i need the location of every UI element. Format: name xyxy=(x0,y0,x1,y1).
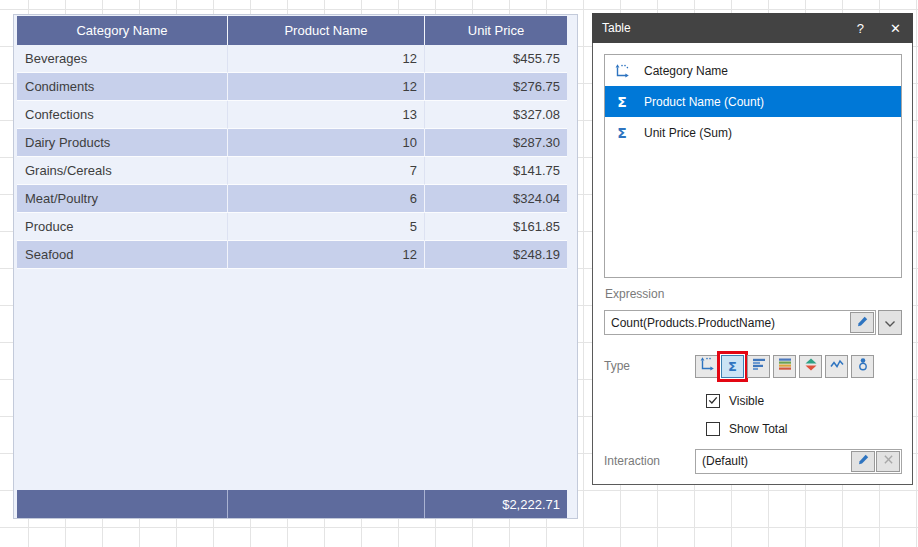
show-total-label: Show Total xyxy=(729,422,787,436)
cell-price[interactable]: $327.08 xyxy=(425,101,567,129)
cell-category[interactable]: Seafood xyxy=(17,241,228,269)
sum-icon: Σ xyxy=(614,94,630,110)
delta-up-down-icon xyxy=(803,356,819,376)
header-cell-category[interactable]: Category Name xyxy=(17,16,228,45)
field-item-label: Category Name xyxy=(644,64,728,78)
data-bars-icon xyxy=(751,356,767,376)
sparkline-icon xyxy=(829,356,845,376)
type-button-dimension[interactable] xyxy=(695,355,718,378)
dimension-icon xyxy=(699,356,715,376)
table-header-row: Category Name Product Name Unit Price xyxy=(17,16,567,45)
table-row[interactable]: Grains/Cereals 7 $141.75 xyxy=(17,157,567,185)
dimension-icon xyxy=(614,63,630,79)
table-options-dialog: Table ? ✕ Category Name Σ Product Name ( xyxy=(592,13,913,485)
cell-category[interactable]: Beverages xyxy=(17,45,228,73)
footer-cell-empty[interactable] xyxy=(228,490,425,518)
field-item-product-name-count[interactable]: Σ Product Name (Count) xyxy=(605,86,901,117)
footer-cell-empty[interactable] xyxy=(17,490,228,518)
interaction-field[interactable]: (Default) xyxy=(695,449,902,474)
expression-field[interactable]: Count(Products.ProductName) xyxy=(604,310,876,335)
cell-category[interactable]: Meat/Poultry xyxy=(17,185,228,213)
chevron-down-icon xyxy=(884,314,896,332)
cell-category[interactable]: Condiments xyxy=(17,73,228,101)
cell-count[interactable]: 12 xyxy=(228,73,425,101)
type-button-person[interactable] xyxy=(851,355,874,378)
color-ranges-icon xyxy=(777,356,793,376)
type-label: Type xyxy=(604,359,695,373)
cell-price[interactable]: $324.04 xyxy=(425,185,567,213)
help-icon[interactable]: ? xyxy=(857,21,864,36)
field-item-label: Product Name (Count) xyxy=(644,95,764,109)
table-footer-row[interactable]: $2,222.71 xyxy=(17,490,567,518)
pencil-icon xyxy=(855,314,870,332)
cell-category[interactable]: Dairy Products xyxy=(17,129,228,157)
expression-value: Count(Products.ProductName) xyxy=(605,316,850,330)
type-button-data-bars[interactable] xyxy=(747,355,770,378)
sum-icon: Σ xyxy=(728,360,737,373)
dialog-titlebar: Table ? ✕ xyxy=(592,13,913,43)
cell-category[interactable]: Produce xyxy=(17,213,228,241)
interaction-value: (Default) xyxy=(696,454,851,468)
cell-count[interactable]: 6 xyxy=(228,185,425,213)
field-item-unit-price-sum[interactable]: Σ Unit Price (Sum) xyxy=(605,117,901,148)
table-widget[interactable]: Category Name Product Name Unit Price Be… xyxy=(13,14,578,519)
dialog-title: Table xyxy=(602,21,631,35)
cell-count[interactable]: 5 xyxy=(228,213,425,241)
cell-category[interactable]: Confections xyxy=(17,101,228,129)
table-row[interactable]: Beverages 12 $455.75 xyxy=(17,45,567,73)
field-item-label: Unit Price (Sum) xyxy=(644,126,732,140)
field-listbox: Category Name Σ Product Name (Count) Σ U… xyxy=(604,54,902,278)
expression-dropdown-button[interactable] xyxy=(878,310,902,335)
field-item-category-name[interactable]: Category Name xyxy=(605,55,901,86)
cell-price[interactable]: $161.85 xyxy=(425,213,567,241)
cell-price[interactable]: $248.19 xyxy=(425,241,567,269)
expression-label: Expression xyxy=(605,287,664,301)
visible-label: Visible xyxy=(729,394,764,408)
cell-count[interactable]: 12 xyxy=(228,241,425,269)
clear-x-icon xyxy=(882,453,895,469)
interaction-label: Interaction xyxy=(604,454,695,468)
cell-price[interactable]: $287.30 xyxy=(425,129,567,157)
expression-edit-button[interactable] xyxy=(850,312,874,333)
visible-checkbox[interactable] xyxy=(706,394,720,408)
interaction-clear-button[interactable] xyxy=(876,451,900,472)
table-row[interactable]: Condiments 12 $276.75 xyxy=(17,73,567,101)
interaction-edit-button[interactable] xyxy=(851,451,875,472)
cell-price[interactable]: $141.75 xyxy=(425,157,567,185)
table-row[interactable]: Produce 5 $161.85 xyxy=(17,213,567,241)
footer-total[interactable]: $2,222.71 xyxy=(425,490,567,518)
pencil-icon xyxy=(856,452,871,470)
table-row[interactable]: Confections 13 $327.08 xyxy=(17,101,567,129)
checkmark-icon xyxy=(707,392,719,410)
cell-category[interactable]: Grains/Cereals xyxy=(17,157,228,185)
cell-price[interactable]: $276.75 xyxy=(425,73,567,101)
type-button-sum[interactable]: Σ xyxy=(721,355,744,378)
table-row[interactable]: Dairy Products 10 $287.30 xyxy=(17,129,567,157)
cell-count[interactable]: 7 xyxy=(228,157,425,185)
visible-checkbox-row: Visible xyxy=(706,393,764,408)
table-row[interactable]: Seafood 12 $248.19 xyxy=(17,241,567,269)
show-total-checkbox[interactable] xyxy=(706,422,720,436)
sum-icon: Σ xyxy=(614,125,630,141)
close-icon[interactable]: ✕ xyxy=(890,21,901,36)
type-button-sparkline[interactable] xyxy=(825,355,848,378)
table-row[interactable]: Meat/Poultry 6 $324.04 xyxy=(17,185,567,213)
show-total-checkbox-row: Show Total xyxy=(706,421,787,436)
header-cell-price[interactable]: Unit Price xyxy=(425,16,567,45)
cell-count[interactable]: 10 xyxy=(228,129,425,157)
header-cell-product[interactable]: Product Name xyxy=(228,16,425,45)
person-icon xyxy=(855,356,871,376)
cell-price[interactable]: $455.75 xyxy=(425,45,567,73)
type-button-color-ranges[interactable] xyxy=(773,355,796,378)
cell-count[interactable]: 12 xyxy=(228,45,425,73)
type-button-delta[interactable] xyxy=(799,355,822,378)
cell-count[interactable]: 13 xyxy=(228,101,425,129)
